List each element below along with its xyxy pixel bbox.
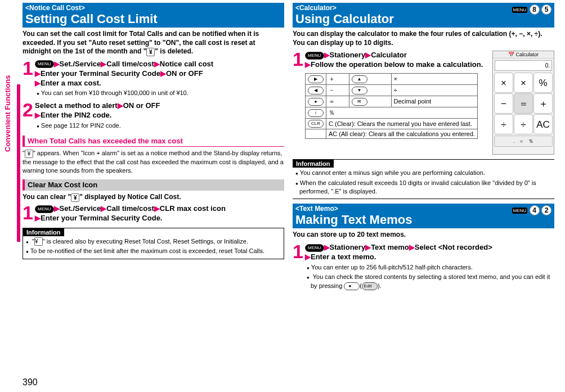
- step-number: 1: [293, 51, 305, 139]
- calculator-screenshot: 📅 Calculator 0. × × % − ＝ ＋ ÷ ÷ AC . ＝ ％: [492, 51, 554, 155]
- shortcut-digit: 4: [530, 205, 540, 215]
- memo-step-title: MENU▶Stationery▶Text memo▶Select <Not re…: [305, 243, 554, 262]
- calc-step-1: 1 MENU▶Stationery▶Calculator ▶Follow the…: [293, 51, 490, 139]
- calc-key-equals: ＝: [514, 93, 533, 114]
- nav-right-key-icon: ▶: [308, 75, 324, 83]
- yen-icon: ¥: [25, 150, 33, 158]
- shortcut-digit: 2: [541, 205, 551, 215]
- calc-intro: You can display the calculator to make t…: [293, 30, 554, 47]
- step-1-note: You can set from ¥10 through ¥100,000 in…: [35, 89, 284, 97]
- side-tab-label: Convenient Functions: [3, 75, 12, 152]
- exceeded-body: "¥" appears. When "Icon + alarm" is set …: [23, 149, 284, 175]
- edit-softkey: Edit: [362, 282, 378, 290]
- menu-key-icon: MENU: [512, 7, 528, 13]
- menu-key-icon: MENU: [305, 52, 324, 60]
- gray-subheading-clear: Clear Max Cost Icon: [23, 179, 284, 191]
- calc-step-title: MENU▶Stationery▶Calculator ▶Follow the o…: [305, 51, 490, 70]
- step-1: 1 MENU▶Set./Service▶Call time/cost▶Notic…: [23, 60, 284, 99]
- i-key-icon: i: [308, 109, 324, 117]
- calc-info-1: You cannot enter a minus sign while you …: [293, 169, 554, 177]
- menu-key-icon: MENU: [305, 244, 324, 252]
- memo-bullet-1: You can enter up to 256 full-pitch/512 h…: [305, 263, 554, 272]
- memo-step-1: 1 MENU▶Stationery▶Text memo▶Select <Not …: [293, 243, 554, 291]
- step-1-title: MENU▶Set./Service▶Call time/cost▶Notice …: [35, 60, 284, 88]
- step-number: 2: [23, 101, 35, 131]
- clear-intro: You can clear "¥" displayed by Notice Ca…: [23, 193, 284, 202]
- yen-icon: ¥: [146, 48, 155, 56]
- calc-info-box: Information You cannot enter a minus sig…: [293, 159, 554, 199]
- header-tag: <Notice Call Cost>: [25, 4, 281, 12]
- center-key-icon: ●: [344, 282, 360, 290]
- shortcut-digit: 5: [541, 4, 551, 15]
- memo-bullet-2: You can check the stored contents by sel…: [305, 273, 554, 290]
- pink-subheading-exceeded: When Total Calls has exceeded the max co…: [23, 136, 284, 147]
- info-bullet-2: To be re-notified of the set limit after…: [23, 247, 284, 255]
- calc-key: ÷: [514, 114, 533, 134]
- menu-key-icon: MENU: [35, 205, 54, 213]
- shortcut-digit: 8: [530, 4, 540, 15]
- header-title: Setting Call Cost Limit: [25, 12, 281, 26]
- clr-key-icon: CLR: [308, 120, 324, 128]
- step-2-note: See page 112 for PIN2 code.: [35, 121, 284, 130]
- center-key-icon: ●: [308, 98, 324, 106]
- calc-screen-display: 0.: [495, 60, 552, 71]
- calc-info-2: When the calculated result exceeds 10 di…: [293, 179, 554, 196]
- calc-key: %: [533, 73, 553, 93]
- step-clear-1: 1 MENU▶Set./Service▶Call time/cost▶CLR m…: [23, 204, 284, 223]
- calc-screen-title: 📅 Calculator: [493, 51, 554, 58]
- calculator-header: <Calculator> Using Calculator MENU 8 5: [293, 3, 554, 28]
- info-bullet-1: "¥" is cleared also by executing Reset T…: [23, 237, 284, 246]
- calc-key: −: [494, 93, 513, 114]
- calc-key: ×: [514, 73, 533, 93]
- calc-key: AC: [533, 114, 553, 134]
- calc-key: ×: [494, 73, 513, 93]
- menu-key-icon: MENU: [35, 60, 54, 68]
- side-accent-bar: [17, 84, 20, 242]
- step-2-title: Select a method to alert▶ON or OFF ▶Ente…: [35, 101, 284, 120]
- page-number: 390: [23, 377, 38, 388]
- step-number: 1: [23, 60, 35, 99]
- info-label: Information: [293, 160, 334, 168]
- step-number: 1: [293, 243, 305, 291]
- yen-icon: ¥: [71, 193, 79, 202]
- header-shortcut: MENU 4 2: [512, 205, 551, 215]
- nav-left-key-icon: ◀: [308, 87, 324, 94]
- left-column: <Notice Call Cost> Setting Call Cost Lim…: [23, 3, 284, 389]
- clear-step-title: MENU▶Set./Service▶Call time/cost▶CLR max…: [35, 204, 284, 223]
- nav-up-key-icon: ▲: [352, 75, 367, 83]
- menu-key-icon: MENU: [512, 208, 528, 214]
- info-label: Information: [23, 228, 64, 236]
- text-memo-header: <Text Memo> Making Text Memos MENU 4 2: [293, 204, 554, 228]
- notice-intro: You can set the call cost limit for Tota…: [23, 30, 284, 56]
- header-shortcut: MENU 8 5: [512, 4, 551, 15]
- notice-call-cost-header: <Notice Call Cost> Setting Call Cost Lim…: [23, 3, 284, 28]
- memo-intro: You can store up to 20 text memos.: [293, 231, 554, 240]
- nav-down-key-icon: ▼: [352, 87, 367, 94]
- right-column: <Calculator> Using Calculator MENU 8 5 Y…: [293, 3, 554, 389]
- calc-key: ＋: [533, 93, 553, 114]
- calc-key-table: ▶ ＋ ▲ × ◀ － ▼ ÷ ● ＝ ✉ De: [305, 73, 478, 139]
- info-box-left: Information "¥" is cleared also by execu…: [23, 228, 284, 259]
- yen-icon: ¥: [34, 237, 43, 246]
- calc-key: ÷: [494, 114, 513, 134]
- step-2: 2 Select a method to alert▶ON or OFF ▶En…: [23, 101, 284, 131]
- calc-softkey-bar: . ＝ ％: [494, 136, 553, 147]
- step-number: 1: [23, 204, 35, 223]
- mail-key-icon: ✉: [352, 98, 367, 106]
